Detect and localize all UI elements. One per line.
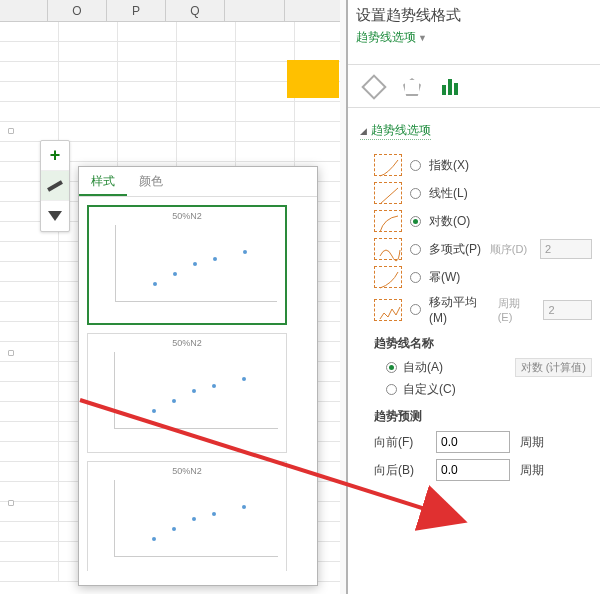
log-curve-icon [374, 210, 402, 232]
section-trendline-options[interactable]: ◢ 趋势线选项 [360, 122, 431, 140]
col-header-q[interactable]: Q [166, 0, 225, 21]
dropdown-arrow-icon: ▼ [418, 33, 427, 43]
chart-selection-handle[interactable] [8, 128, 14, 134]
exponential-curve-icon [374, 154, 402, 176]
gallery-scroll-area[interactable]: 50%N2 50%N2 50%N2 [79, 197, 317, 571]
trend-type-power[interactable]: 幂(W) [374, 266, 592, 288]
col-header-p[interactable]: P [107, 0, 166, 21]
chart-style-thumbnail[interactable]: 50%N2 [87, 205, 287, 325]
chart-style-thumbnail[interactable]: 50%N2 [87, 333, 287, 453]
pentagon-icon [403, 78, 421, 96]
trend-type-logarithmic[interactable]: 对数(O) [374, 210, 592, 232]
chart-selection-handle[interactable] [8, 350, 14, 356]
polynomial-curve-icon [374, 238, 402, 260]
plus-icon: + [50, 145, 61, 166]
trend-type-polynomial[interactable]: 多项式(P) 顺序(D) 2 [374, 238, 592, 260]
chart-styles-button[interactable] [41, 171, 69, 201]
trend-type-exponential[interactable]: 指数(X) [374, 154, 592, 176]
gallery-tab-color[interactable]: 颜色 [127, 167, 175, 196]
collapse-triangle-icon: ◢ [360, 126, 367, 136]
linear-curve-icon [374, 182, 402, 204]
highlighted-cell[interactable] [287, 60, 339, 98]
chart-style-thumbnail[interactable]: 50%N2 [87, 461, 287, 571]
movavg-curve-icon [374, 299, 402, 321]
pane-title: 设置趋势线格式 [356, 6, 592, 25]
chart-filters-button[interactable] [41, 201, 69, 231]
effects-tab[interactable] [400, 75, 424, 99]
backward-label: 向后(B) [374, 462, 430, 479]
gallery-tab-style[interactable]: 样式 [79, 167, 127, 196]
chart-selection-handle[interactable] [8, 500, 14, 506]
bar-chart-icon [442, 79, 458, 95]
col-header-o[interactable]: O [48, 0, 107, 21]
format-trendline-pane: 设置趋势线格式 趋势线选项 ▼ ◢ 趋势线选项 指数(X) 线性(L) 对数(O… [346, 0, 600, 594]
brush-icon [47, 180, 63, 191]
pane-scope-dropdown[interactable]: 趋势线选项 ▼ [356, 29, 427, 46]
funnel-icon [48, 211, 62, 221]
fill-line-tab[interactable] [362, 75, 386, 99]
add-chart-element-button[interactable]: + [41, 141, 69, 171]
paint-can-icon [361, 74, 386, 99]
forecast-backward-input[interactable] [436, 459, 510, 481]
trend-type-linear[interactable]: 线性(L) [374, 182, 592, 204]
power-curve-icon [374, 266, 402, 288]
chart-style-gallery: 样式 颜色 50%N2 50%N2 [78, 166, 318, 586]
trendline-options-tab[interactable] [438, 75, 462, 99]
chart-element-toolbar: + [40, 140, 70, 232]
